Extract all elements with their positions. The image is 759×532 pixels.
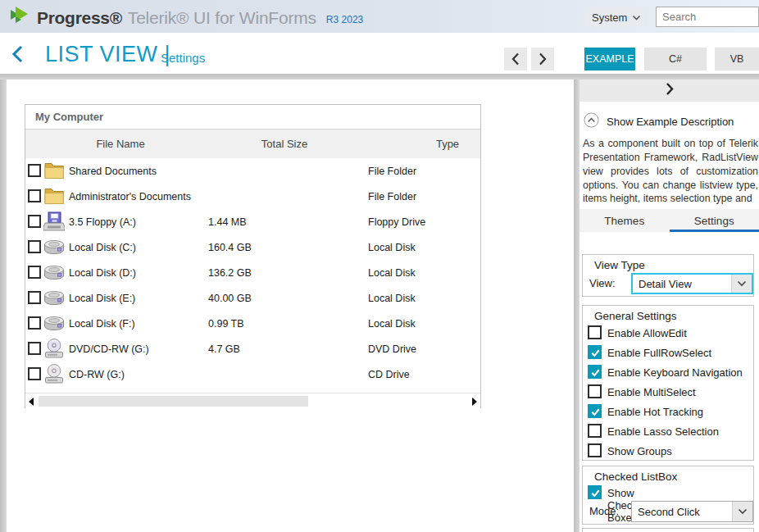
setting-option[interactable]: Show Groups: [588, 443, 752, 462]
back-button[interactable]: [11, 44, 29, 64]
table-row[interactable]: Administrator's Documents File Folder: [25, 184, 480, 209]
file-name-cell: Local Disk (F:): [69, 318, 135, 330]
row-checkbox[interactable]: [28, 240, 41, 253]
show-check-boxes-checkbox[interactable]: [588, 485, 602, 499]
type-cell: Local Disk: [368, 318, 416, 330]
general-settings-group: General Settings Enable AllowEdit Enable…: [582, 305, 754, 461]
content-top-shadow: [0, 74, 759, 80]
view-type-dropdown[interactable]: Detail View: [631, 273, 753, 294]
content-left-shadow: [0, 80, 7, 532]
mode-label: Mode:: [589, 505, 619, 517]
tab-themes[interactable]: Themes: [579, 209, 670, 232]
search-input[interactable]: [657, 7, 758, 26]
column-header-file-name[interactable]: File Name: [96, 130, 144, 158]
check-mode-dropdown[interactable]: Second Click: [631, 501, 753, 522]
file-name-cell: Shared Documents: [69, 166, 157, 177]
setting-option[interactable]: Enable AllowEdit: [588, 325, 752, 344]
view-type-group: View Type View: Detail View: [582, 254, 754, 297]
setting-option-label: Enable Lasso Selection: [607, 425, 719, 438]
type-cell: Local Disk: [368, 293, 416, 304]
show-description-toggle[interactable]: Show Example Description: [584, 112, 734, 131]
next-example-button[interactable]: [531, 48, 554, 70]
setting-option-label: Enable MultiSelect: [607, 386, 696, 398]
file-name-cell: 3.5 Floppy (A:): [69, 216, 136, 228]
column-header-type[interactable]: Type: [436, 130, 459, 158]
setting-option[interactable]: Enable FullRowSelect: [588, 344, 752, 364]
tab-vb[interactable]: VB: [715, 48, 759, 70]
row-checkbox[interactable]: [28, 291, 41, 304]
scroll-left-arrow-icon[interactable]: [29, 398, 34, 406]
progress-telerik-logo: Progress® Telerik® UI for WinForms R3 20…: [10, 5, 363, 30]
table-row[interactable]: Local Disk (E:) 40.00 GB Local Disk: [25, 285, 480, 311]
row-checkbox[interactable]: [28, 316, 41, 330]
tab-settings[interactable]: Settings: [670, 209, 759, 232]
setting-option-label: Enable Hot Tracking: [607, 406, 703, 418]
table-row[interactable]: Local Disk (D:) 136.2 GB Local Disk: [25, 260, 480, 285]
chevron-down-icon[interactable]: [731, 275, 752, 293]
type-cell: Local Disk: [368, 242, 416, 253]
folder-icon: [43, 161, 65, 181]
file-name-cell: Administrator's Documents: [69, 191, 191, 202]
file-name-cell: DVD/CD-RW (G:): [69, 343, 149, 355]
row-checkbox[interactable]: [28, 367, 41, 380]
floppy-icon: [43, 211, 65, 232]
setting-option-label: Enable Keyboard Navigation: [607, 366, 743, 379]
type-cell: Floppy Drive: [368, 216, 425, 228]
disk-icon: [43, 288, 65, 308]
theme-select[interactable]: System: [584, 7, 648, 27]
setting-option[interactable]: Enable Hot Tracking: [588, 403, 752, 423]
previous-example-button[interactable]: [504, 48, 527, 70]
my-computer-listview: My Computer File Name Total Size Type Sh…: [25, 104, 481, 408]
setting-checkbox[interactable]: [588, 325, 602, 339]
listview-title: My Computer: [35, 111, 103, 123]
file-name-cell: Local Disk (E:): [69, 293, 135, 304]
setting-checkbox[interactable]: [588, 424, 602, 438]
setting-checkbox[interactable]: [588, 404, 602, 418]
setting-option[interactable]: Enable Keyboard Navigation: [588, 364, 752, 384]
page-title: LIST VIEW |: [45, 42, 170, 67]
type-cell: CD Drive: [368, 369, 410, 380]
file-name-cell: Local Disk (D:): [69, 267, 136, 279]
disk-icon: [43, 313, 65, 334]
table-row[interactable]: CD-RW (G:) CD Drive: [25, 361, 480, 387]
page-subtitle: Settings: [161, 51, 205, 65]
scroll-right-arrow-icon[interactable]: [472, 398, 477, 406]
row-checkbox[interactable]: [28, 266, 41, 279]
checked-listbox-group: Checked ListBox Show Check Boxes Mode: S…: [582, 466, 754, 525]
theme-select-value: System: [592, 11, 627, 24]
example-content-area: My Computer File Name Total Size Type Sh…: [7, 80, 574, 532]
table-row[interactable]: DVD/CD-RW (G:) 4.7 GB DVD Drive: [25, 336, 480, 361]
setting-option-label: Enable AllowEdit: [607, 327, 687, 339]
setting-option[interactable]: Enable Lasso Selection: [588, 423, 752, 443]
table-row[interactable]: Shared Documents File Folder: [25, 158, 480, 184]
table-row[interactable]: Local Disk (C:) 160.4 GB Local Disk: [25, 234, 480, 260]
settings-pane: View Type View: Detail View General Sett…: [579, 232, 759, 532]
column-header-total-size[interactable]: Total Size: [261, 130, 307, 158]
row-checkbox[interactable]: [28, 164, 41, 177]
collapse-panel-button[interactable]: [579, 80, 759, 102]
table-row[interactable]: Local Disk (F:) 0.99 TB Local Disk: [25, 311, 480, 336]
scrollbar-thumb[interactable]: [39, 396, 308, 407]
tab-example[interactable]: EXAMPLE: [584, 48, 635, 70]
setting-option[interactable]: Enable MultiSelect: [588, 384, 752, 403]
total-size-cell: 160.4 GB: [208, 242, 252, 253]
setting-option-label: Enable FullRowSelect: [607, 347, 711, 359]
total-size-cell: 40.00 GB: [208, 293, 252, 304]
table-row[interactable]: 3.5 Floppy (A:) 1.44 MB Floppy Drive: [25, 209, 480, 234]
tab-csharp[interactable]: C#: [644, 48, 707, 70]
setting-checkbox[interactable]: [588, 384, 602, 398]
progress-logo-icon: [10, 5, 32, 30]
row-checkbox[interactable]: [28, 215, 41, 228]
chevron-down-icon[interactable]: [732, 502, 752, 521]
type-cell: File Folder: [368, 166, 416, 177]
setting-checkbox[interactable]: [588, 443, 602, 457]
type-cell: DVD Drive: [368, 343, 416, 355]
show-description-label: Show Example Description: [607, 116, 734, 128]
row-checkbox[interactable]: [28, 189, 41, 202]
setting-checkbox[interactable]: [588, 345, 602, 359]
file-name-cell: CD-RW (G:): [69, 369, 125, 380]
horizontal-scrollbar[interactable]: [25, 393, 480, 409]
row-checkbox[interactable]: [28, 342, 41, 355]
setting-checkbox[interactable]: [588, 365, 602, 379]
collapse-circle-icon: [584, 112, 599, 131]
